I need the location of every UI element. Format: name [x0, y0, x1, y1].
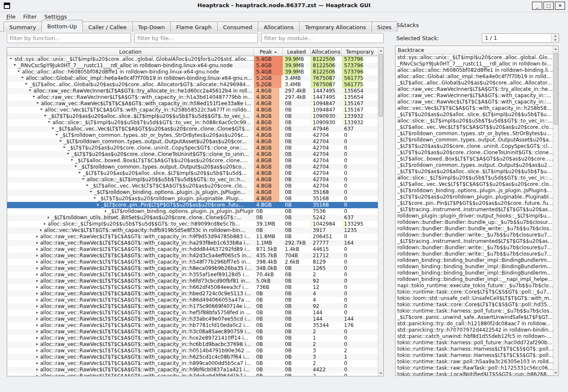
tab-allocations[interactable]: Allocations: [258, 22, 300, 32]
collapse-icon[interactable]: [59, 140, 62, 142]
titlebar[interactable]: Heaptrack - heaptrack.node.86377.zst — H…: [0, 0, 568, 12]
collapse-icon[interactable]: [44, 115, 46, 117]
backtrace-row[interactable]: _RNvCscSpY9Juk0HT_7___rustc11___rdl_allo…: [396, 61, 553, 67]
backtrace-row[interactable]: tokio::runtime::task::core::Core$LT$T$C$…: [396, 302, 553, 308]
collapse-icon[interactable]: [71, 159, 73, 161]
table-row[interactable]: alloc::raw_vec::RawVec$LT$T$C$A$GT$::wit…: [7, 329, 378, 335]
column-header-allocations[interactable]: Allocations: [311, 48, 342, 56]
table-row[interactable]: alloc::raw_vec::RawVec$LT$T$C$A$GT$::wit…: [7, 240, 378, 246]
table-row[interactable]: _$LT$T$u20$as$u20$core..clone..uninit..C…: [7, 145, 378, 151]
table-row[interactable]: alloc::raw_vec::RawVec$LT$T$C$A$GT$::wit…: [7, 354, 378, 360]
backtrace-row[interactable]: _$LT$rolldown_common..types..str_or_byte…: [396, 131, 553, 137]
table-row[interactable]: _$LT$rolldown_binding..options..plugin..…: [7, 189, 378, 196]
table-row[interactable]: alloc::raw_vec::RawVec$LT$T$C$A$GT$::wit…: [7, 284, 378, 291]
expand-icon[interactable]: [36, 311, 38, 314]
table-row[interactable]: _$LT$rolldown_common..types..output..Out…: [7, 139, 378, 145]
table-row[interactable]: _RNvCscSpY9Juk0HT_7___rustc11___rdl_allo…: [7, 63, 378, 69]
table-row[interactable]: _$LT$rolldown_utils..bitset..BitSet$u20$…: [7, 215, 378, 221]
table-row[interactable]: _$LT$rolldown_binding..options..plugin..…: [7, 208, 378, 215]
table-row[interactable]: alloc::raw_vec::RawVecInner$LT$A$GT$::tr…: [7, 88, 378, 94]
backtrace-row[interactable]: _$LT$alloc..vec..Vec$LT$T$C$A$GT$$u20$as…: [396, 124, 553, 131]
expand-icon[interactable]: [36, 299, 38, 301]
backtrace-row[interactable]: _$LT$rolldown_common..types..output..Out…: [396, 137, 553, 143]
scroll-down-button[interactable]: [378, 370, 383, 376]
backtrace-row[interactable]: alloc::raw_vec::RawVecInner$LT$A$GT$::wi…: [396, 93, 553, 99]
expand-icon[interactable]: [40, 229, 42, 231]
expand-icon[interactable]: [36, 368, 38, 371]
backtrace-row[interactable]: rolldown::bundler::Bundler::write::_$u7b…: [396, 245, 553, 251]
table-row[interactable]: alloc::raw_vec::RawVec$LT$T$C$A$GT$::wit…: [7, 234, 378, 240]
backtrace-row[interactable]: tokio::runtime::task::harness::poll_futu…: [396, 340, 553, 346]
table-row[interactable]: _$LT$rolldown_common..types..str_or_byte…: [7, 132, 378, 139]
expand-icon[interactable]: [36, 356, 38, 358]
table-row[interactable]: alloc::slice::_$LT$impl$u20$$u5b$T$u5d$$…: [7, 221, 378, 227]
table-row[interactable]: _$LT$T$u20$as$u20$alloc..slice..$LT$impl…: [7, 113, 378, 120]
backtrace-row[interactable]: alloc::raw_vec::RawVecInner$LT$A$GT$::tr…: [396, 86, 553, 93]
table-row[interactable]: alloc::vec::Vec$LT$T$GT$::with_capacity:…: [7, 227, 378, 234]
expand-icon[interactable]: [36, 280, 38, 282]
expand-icon[interactable]: [36, 305, 38, 308]
collapse-icon[interactable]: [55, 134, 58, 136]
spin-up-button[interactable]: [552, 34, 559, 38]
backtrace-row[interactable]: _$LT$T$u20$as$u20$alloc..slice..$LT$impl…: [396, 169, 553, 175]
backtrace-row[interactable]: rolldown::bundler::Bundler::write::_$u7b…: [396, 232, 553, 238]
table-row[interactable]: std::sys::alloc::unix::_$LT$impl$u20$cor…: [7, 56, 378, 63]
collapse-icon[interactable]: [14, 64, 16, 66]
table-scrollbar[interactable]: [378, 48, 383, 376]
backtrace-row[interactable]: alloc::vec::Vec$LT$T$C$A$GT$::with_capac…: [396, 105, 553, 112]
tab-consumed[interactable]: Consumed: [217, 22, 258, 32]
backtrace-row[interactable]: alloc::raw_vec::RawVec$LT$T$C$A$GT$::wit…: [396, 99, 553, 105]
expand-icon[interactable]: [36, 267, 38, 270]
backtrace-row[interactable]: alloc::alloc::alloc::h60805bf082d8ffe1 i…: [396, 67, 553, 74]
expand-icon[interactable]: [36, 324, 38, 327]
tab-temporary-allocations[interactable]: Temporary Allocations: [299, 22, 372, 32]
table-row[interactable]: _$LT$alloc..vec..Vec$LT$T$C$A$GT$$u20$as…: [7, 126, 378, 132]
column-header-leaked[interactable]: Leaked: [283, 48, 311, 56]
table-row[interactable]: alloc::raw_vec::RawVec$LT$T$C$A$GT$::wit…: [7, 360, 378, 367]
backtrace-row[interactable]: _$LT$T$u20$as$u20$core..clone..uninit..C…: [396, 143, 553, 150]
expand-icon[interactable]: [36, 242, 38, 244]
expand-icon[interactable]: [105, 210, 106, 212]
collapse-icon[interactable]: [90, 191, 92, 193]
table-row[interactable]: alloc::raw_vec::RawVec$LT$T$C$A$GT$::wit…: [7, 341, 378, 348]
backtrace-row[interactable]: alloc::alloc::Global::alloc_impl::he6a4e…: [396, 74, 553, 80]
table-row[interactable]: alloc::raw_vec::RawVec$LT$T$C$A$GT$::wit…: [7, 303, 378, 310]
collapse-icon[interactable]: [78, 172, 81, 174]
table-row[interactable]: alloc::slice::_$LT$impl$u20$$u5b$T$u5d$$…: [7, 177, 378, 183]
backtrace-row[interactable]: rolldown::bundler::Bundler::bundle_up::_…: [396, 219, 553, 226]
expand-icon[interactable]: [97, 204, 99, 206]
table-row[interactable]: alloc::alloc::alloc::h60805bf082d8ffe1 i…: [7, 69, 378, 75]
scroll-up-button[interactable]: [553, 46, 558, 52]
expand-icon[interactable]: [36, 330, 38, 333]
backtrace-row[interactable]: _$LT$alloc..boxed..Box$LT$T$C$A$GT$$u20$…: [396, 156, 553, 162]
column-header-temporary[interactable]: Temporary: [342, 48, 378, 56]
expand-icon[interactable]: [36, 248, 38, 250]
table-row[interactable]: _$LT$rolldown_common..types..output..Out…: [7, 164, 378, 170]
minimize-button[interactable]: _: [532, 2, 542, 10]
backtrace-row[interactable]: std::panic::catch_unwind::hbf8d1d55deb12…: [396, 333, 553, 340]
backtrace-row[interactable]: std::panicking::try::h70707972d4422542 i…: [396, 327, 553, 333]
column-header-peak[interactable]: Peak: [254, 48, 283, 56]
backtrace-row[interactable]: rolldown::bundler::Bundler::write::_$u7b…: [396, 251, 553, 257]
collapse-icon[interactable]: [21, 77, 24, 79]
scroll-down-button[interactable]: [553, 370, 558, 376]
table-row[interactable]: alloc::raw_vec::RawVec$LT$T$C$A$GT$::wit…: [7, 310, 378, 316]
table-row[interactable]: alloc::raw_vec::RawVecInner$LT$A$GT$::wi…: [7, 94, 378, 101]
expand-icon[interactable]: [36, 286, 38, 289]
collapse-icon[interactable]: [10, 58, 12, 60]
collapse-icon[interactable]: [40, 109, 43, 110]
collapse-icon[interactable]: [36, 102, 39, 104]
table-row[interactable]: alloc::raw_vec::RawVec$LT$T$C$A$GT$::wit…: [7, 297, 378, 303]
scrollbar-thumb[interactable]: [379, 54, 383, 117]
table-row[interactable]: _$LT$alloc..vec..Vec$LT$T$C$A$GT$$u20$as…: [7, 183, 378, 189]
table-row[interactable]: alloc::raw_vec::RawVec$LT$T$C$A$GT$::wit…: [7, 259, 378, 265]
backtrace-row[interactable]: _$LT$tracing..instrument..Instrumented$L…: [396, 207, 553, 213]
table-row[interactable]: alloc::raw_vec::RawVec$LT$T$C$A$GT$::wit…: [7, 291, 378, 297]
backtrace-row[interactable]: tokio::runtime::task::harness::poll_futu…: [396, 308, 553, 314]
scroll-up-button[interactable]: [378, 48, 383, 54]
backtrace-row[interactable]: tokio::runtime::task::core::Core$LT$T$C$…: [396, 289, 553, 295]
table-row[interactable]: alloc::raw_vec::RawVec$LT$T$C$A$GT$::wit…: [7, 278, 378, 284]
expand-icon[interactable]: [36, 261, 38, 263]
backtrace-row[interactable]: _$LT$alloc..alloc..Global$u20$as$u20$cor…: [396, 80, 553, 86]
expand-icon[interactable]: [36, 254, 38, 257]
